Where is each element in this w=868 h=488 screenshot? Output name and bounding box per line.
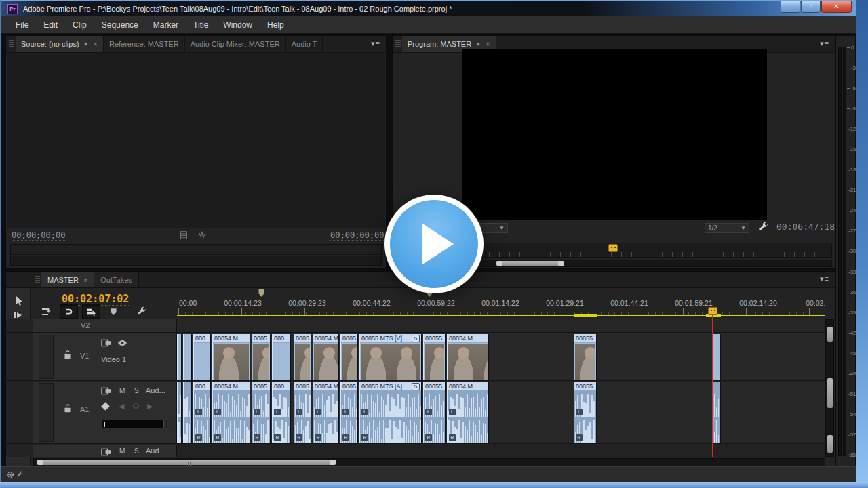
mute-button[interactable]: M bbox=[119, 387, 125, 394]
close-tab-icon[interactable]: × bbox=[83, 276, 87, 284]
source-patch-box[interactable] bbox=[39, 335, 54, 379]
snap-icon[interactable] bbox=[60, 304, 78, 319]
audio-clip[interactable]: 00055LR bbox=[423, 382, 446, 443]
marker-lane[interactable] bbox=[177, 288, 825, 298]
maximize-button[interactable]: ▫ bbox=[801, 1, 821, 13]
video-clip[interactable]: 00055 bbox=[574, 334, 597, 380]
solo-button[interactable]: S bbox=[134, 447, 139, 455]
menu-item-edit[interactable]: Edit bbox=[36, 16, 65, 34]
video-clip[interactable] bbox=[713, 334, 721, 380]
menu-item-help[interactable]: Help bbox=[260, 16, 292, 34]
status-wrench-icon[interactable] bbox=[16, 471, 24, 479]
chevron-down-icon[interactable]: ▼ bbox=[475, 41, 481, 47]
video-clip[interactable] bbox=[177, 334, 182, 380]
track-v1-label[interactable]: V1 bbox=[80, 352, 89, 360]
status-gear-icon[interactable] bbox=[6, 470, 15, 479]
linked-selection-icon[interactable] bbox=[82, 304, 100, 319]
video-clip[interactable] bbox=[183, 334, 192, 380]
track-a1-name[interactable]: Aud... bbox=[146, 386, 165, 394]
add-marker-icon[interactable] bbox=[104, 304, 123, 319]
source-patch-box[interactable] bbox=[39, 383, 54, 442]
video-clip[interactable]: 00054.M bbox=[313, 334, 339, 380]
playback-resolution-dropdown[interactable]: 1/2 ▼ bbox=[705, 223, 749, 233]
work-area-segment[interactable] bbox=[574, 314, 597, 317]
solo-button[interactable]: S bbox=[134, 387, 139, 394]
program-select-dropdown[interactable]: ▼ bbox=[479, 223, 508, 233]
video-clip[interactable]: 000 bbox=[272, 334, 291, 380]
menu-item-title[interactable]: Title bbox=[186, 16, 216, 34]
video-clip[interactable]: 0005 bbox=[340, 334, 358, 380]
program-marker-icon[interactable] bbox=[608, 244, 618, 252]
audio-clip[interactable]: 0005LR bbox=[340, 382, 358, 443]
playhead-marker-icon[interactable] bbox=[708, 307, 717, 315]
timeline-settings-wrench-icon[interactable] bbox=[132, 304, 151, 319]
tab-source-3[interactable]: Audio T bbox=[286, 36, 323, 52]
audio-clip[interactable]: 000LR bbox=[272, 382, 291, 443]
audio-clip[interactable]: 00054.MLR bbox=[212, 382, 250, 443]
source-ruler[interactable] bbox=[10, 244, 382, 255]
panel-menu-icon[interactable]: ▾≡ bbox=[820, 39, 829, 48]
sync-lock-icon[interactable] bbox=[101, 387, 111, 395]
tab-sequence-master[interactable]: MASTER × bbox=[41, 272, 94, 287]
video-clip[interactable]: 00055 bbox=[423, 334, 446, 380]
panel-menu-icon[interactable]: ▾≡ bbox=[371, 39, 380, 48]
scrollbar-thumb[interactable] bbox=[496, 261, 564, 266]
menu-item-sequence[interactable]: Sequence bbox=[94, 16, 146, 34]
video-clip[interactable]: 0005 bbox=[252, 334, 271, 380]
panel-grip[interactable] bbox=[9, 40, 14, 48]
chevron-down-icon[interactable]: ▼ bbox=[83, 41, 89, 47]
audio-clip[interactable]: 00054.MLR bbox=[447, 382, 489, 443]
track-lock-icon[interactable] bbox=[63, 350, 72, 360]
minimize-button[interactable]: – bbox=[781, 1, 800, 13]
source-scrollbar[interactable] bbox=[10, 256, 382, 266]
video-clip[interactable]: 00054.M bbox=[447, 334, 489, 380]
nest-insert-icon[interactable] bbox=[37, 304, 56, 319]
menu-item-marker[interactable]: Marker bbox=[146, 16, 186, 34]
video-clip[interactable]: 00055.MTS [V]fx bbox=[359, 334, 422, 380]
work-area-bar[interactable] bbox=[177, 315, 825, 316]
video-clip[interactable]: 0005 bbox=[294, 334, 311, 380]
previous-keyframe-icon[interactable]: ◀ bbox=[119, 402, 124, 411]
drag-audio-waveform-icon[interactable] bbox=[197, 230, 208, 240]
audio-clip[interactable]: 0005LR bbox=[294, 382, 311, 443]
audio-clip[interactable] bbox=[177, 382, 182, 443]
panel-grip[interactable] bbox=[35, 276, 40, 283]
video-clip[interactable]: 000 bbox=[193, 334, 211, 380]
video-play-overlay-button[interactable] bbox=[384, 195, 484, 293]
drag-video-film-icon[interactable] bbox=[179, 230, 189, 240]
menu-item-clip[interactable]: Clip bbox=[65, 16, 94, 34]
scrollbar-thumb[interactable] bbox=[37, 460, 336, 465]
tab-source-2[interactable]: Audio Clip Mixer: MASTER bbox=[185, 36, 286, 52]
add-keyframe-icon[interactable] bbox=[133, 403, 139, 409]
next-keyframe-icon[interactable]: ▶ bbox=[147, 402, 153, 411]
timeline-horizontal-scrollbar[interactable] bbox=[33, 458, 825, 466]
track-v1-name[interactable]: Video 1 bbox=[101, 355, 126, 363]
menu-item-file[interactable]: File bbox=[8, 16, 36, 34]
video-clip[interactable]: 00054.M bbox=[212, 334, 250, 380]
selection-tool[interactable] bbox=[6, 293, 30, 308]
settings-wrench-icon[interactable] bbox=[758, 222, 769, 232]
audio-clip[interactable]: 0005LR bbox=[252, 382, 271, 443]
menu-item-window[interactable]: Window bbox=[216, 16, 260, 34]
track-a1-label[interactable]: A1 bbox=[80, 405, 89, 413]
sync-lock-icon[interactable] bbox=[101, 448, 111, 456]
panel-grip[interactable] bbox=[395, 40, 401, 48]
sequence-marker-icon[interactable] bbox=[258, 289, 264, 297]
source-timecode-current[interactable]: 00;00;00;00 bbox=[12, 230, 65, 241]
tab-source-0[interactable]: Source: (no clips)▼× bbox=[16, 36, 104, 52]
track-output-eye-icon[interactable] bbox=[117, 339, 127, 347]
audio-clip[interactable] bbox=[713, 382, 721, 443]
slider-handle[interactable] bbox=[163, 420, 170, 428]
timeline-vertical-scrollbar[interactable] bbox=[825, 319, 834, 457]
close-tab-icon[interactable]: × bbox=[486, 40, 490, 48]
mute-button[interactable]: M bbox=[119, 447, 125, 455]
track-v2-label[interactable]: V2 bbox=[81, 321, 90, 329]
close-tab-icon[interactable]: × bbox=[94, 40, 98, 48]
audio-clip[interactable]: 00055.MTS [A]fxLR bbox=[359, 382, 422, 443]
track-a2-name[interactable]: Aud bbox=[146, 447, 159, 455]
audio-clip[interactable] bbox=[183, 382, 192, 443]
track-volume-slider[interactable] bbox=[101, 420, 170, 428]
keyframe-diamond-icon[interactable] bbox=[101, 402, 110, 411]
audio-clip[interactable]: 000LR bbox=[193, 382, 211, 443]
tab-source-1[interactable]: Reference: MASTER bbox=[104, 36, 185, 52]
